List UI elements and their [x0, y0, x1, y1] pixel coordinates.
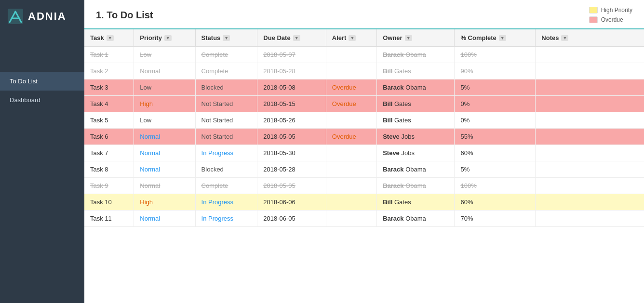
sidebar: ADNIA To Do List Dashboard	[0, 0, 84, 303]
table-row: Task 5LowNot Started2018-05-26Bill Gates…	[84, 112, 644, 129]
cell-pct-complete-10: 60%	[455, 194, 536, 211]
cell-status-5: Not Started	[195, 112, 257, 129]
sidebar-nav: To Do List Dashboard	[0, 72, 84, 109]
cell-task-11: Task 11	[84, 211, 134, 227]
table-row: Task 4HighNot Started2018-05-15OverdueBi…	[84, 96, 644, 112]
task-table: Task ▼ Priority ▼ Status ▼	[84, 28, 644, 227]
table-row: Task 1LowComplete2018-05-07Barack Obama1…	[84, 47, 644, 63]
adnia-logo-icon	[8, 9, 23, 24]
cell-status-3: Blocked	[195, 79, 257, 96]
cell-alert-7	[326, 145, 376, 161]
cell-alert-8	[326, 161, 376, 178]
th-alert: Alert ▼	[326, 29, 376, 47]
cell-due-date-11: 2018-06-05	[257, 211, 326, 227]
cell-due-date-4: 2018-05-15	[257, 96, 326, 112]
cell-due-date-9: 2018-05-05	[257, 178, 326, 194]
main-header: 1. To Do List High Priority Overdue	[84, 0, 644, 28]
cell-due-date-5: 2018-05-26	[257, 112, 326, 129]
cell-due-date-10: 2018-06-06	[257, 194, 326, 211]
status-filter-arrow[interactable]: ▼	[223, 35, 230, 41]
cell-priority-2: Normal	[134, 63, 195, 79]
cell-priority-3: Low	[134, 79, 195, 96]
cell-pct-complete-8: 5%	[455, 161, 536, 178]
cell-task-3: Task 3	[84, 79, 134, 96]
cell-due-date-8: 2018-05-28	[257, 161, 326, 178]
sidebar-logo: ADNIA	[0, 0, 84, 33]
cell-owner-3: Barack Obama	[377, 79, 455, 96]
cell-status-2: Complete	[195, 63, 257, 79]
cell-pct-complete-3: 5%	[455, 79, 536, 96]
cell-owner-7: Steve Jobs	[377, 145, 455, 161]
sidebar-item-to-do-list[interactable]: To Do List	[0, 72, 84, 91]
notes-filter-arrow[interactable]: ▼	[561, 35, 568, 41]
table-row: Task 7NormalIn Progress2018-05-30Steve J…	[84, 145, 644, 161]
cell-alert-11	[326, 211, 376, 227]
cell-owner-5: Bill Gates	[377, 112, 455, 129]
cell-task-7: Task 7	[84, 145, 134, 161]
cell-owner-1: Barack Obama	[377, 47, 455, 63]
table-header-row: Task ▼ Priority ▼ Status ▼	[84, 29, 644, 47]
cell-status-4: Not Started	[195, 96, 257, 112]
legend-label-overdue: Overdue	[601, 16, 623, 23]
task-filter-arrow[interactable]: ▼	[107, 35, 114, 41]
cell-status-8: Blocked	[195, 161, 257, 178]
due-date-filter-arrow[interactable]: ▼	[293, 35, 300, 41]
cell-status-7: In Progress	[195, 145, 257, 161]
legend-item-overdue: Overdue	[589, 16, 623, 23]
cell-due-date-1: 2018-05-07	[257, 47, 326, 63]
cell-task-8: Task 8	[84, 161, 134, 178]
cell-alert-10	[326, 194, 376, 211]
main-content: 1. To Do List High Priority Overdue Task…	[84, 0, 644, 303]
cell-priority-1: Low	[134, 47, 195, 63]
cell-task-5: Task 5	[84, 112, 134, 129]
cell-priority-8: Normal	[134, 161, 195, 178]
cell-alert-6: Overdue	[326, 129, 376, 145]
table-row: Task 6NormalNot Started2018-05-05Overdue…	[84, 129, 644, 145]
cell-task-1: Task 1	[84, 47, 134, 63]
cell-notes-6	[536, 129, 644, 145]
table-row: Task 11NormalIn Progress2018-06-05Barack…	[84, 211, 644, 227]
table-row: Task 2NormalComplete2018-05-28Bill Gates…	[84, 63, 644, 79]
cell-due-date-6: 2018-05-05	[257, 129, 326, 145]
cell-notes-9	[536, 178, 644, 194]
owner-filter-arrow[interactable]: ▼	[405, 35, 412, 41]
legend-item-high-priority: High Priority	[589, 7, 632, 13]
cell-notes-10	[536, 194, 644, 211]
table-row: Task 9NormalComplete2018-05-05Barack Oba…	[84, 178, 644, 194]
cell-pct-complete-5: 0%	[455, 112, 536, 129]
table-container: Task ▼ Priority ▼ Status ▼	[84, 28, 644, 303]
cell-task-10: Task 10	[84, 194, 134, 211]
cell-status-6: Not Started	[195, 129, 257, 145]
th-pct-complete: % Complete ▼	[455, 29, 536, 47]
legend-color-high-priority	[589, 7, 598, 13]
cell-due-date-3: 2018-05-08	[257, 79, 326, 96]
cell-notes-2	[536, 63, 644, 79]
pct-complete-filter-arrow[interactable]: ▼	[499, 35, 506, 41]
cell-pct-complete-1: 100%	[455, 47, 536, 63]
legend-color-overdue	[589, 16, 598, 23]
sidebar-item-dashboard[interactable]: Dashboard	[0, 91, 84, 109]
logo-text: ADNIA	[28, 10, 67, 23]
cell-notes-5	[536, 112, 644, 129]
th-owner: Owner ▼	[377, 29, 455, 47]
cell-priority-11: Normal	[134, 211, 195, 227]
legend: High Priority Overdue	[589, 7, 632, 23]
cell-priority-9: Normal	[134, 178, 195, 194]
cell-pct-complete-11: 70%	[455, 211, 536, 227]
priority-filter-arrow[interactable]: ▼	[164, 35, 172, 41]
cell-status-9: Complete	[195, 178, 257, 194]
cell-pct-complete-7: 60%	[455, 145, 536, 161]
cell-owner-10: Bill Gates	[377, 194, 455, 211]
cell-status-11: In Progress	[195, 211, 257, 227]
cell-pct-complete-2: 90%	[455, 63, 536, 79]
cell-owner-11: Barack Obama	[377, 211, 455, 227]
cell-pct-complete-4: 0%	[455, 96, 536, 112]
cell-owner-2: Bill Gates	[377, 63, 455, 79]
cell-owner-9: Barack Obama	[377, 178, 455, 194]
alert-filter-arrow[interactable]: ▼	[349, 35, 356, 41]
cell-notes-11	[536, 211, 644, 227]
table-row: Task 3LowBlocked2018-05-08OverdueBarack …	[84, 79, 644, 96]
cell-alert-2	[326, 63, 376, 79]
th-due-date: Due Date ▼	[257, 29, 326, 47]
cell-alert-5	[326, 112, 376, 129]
